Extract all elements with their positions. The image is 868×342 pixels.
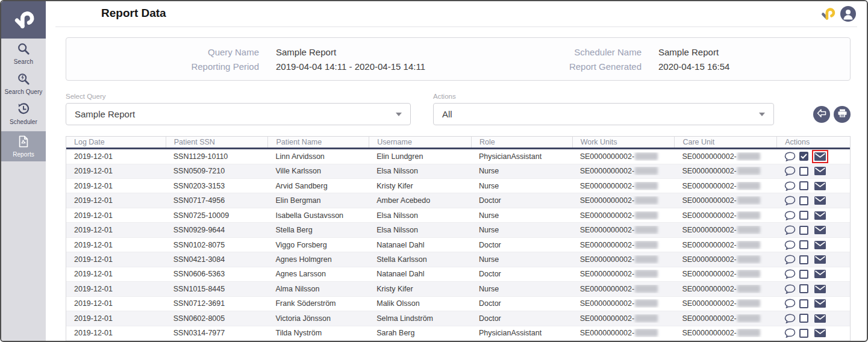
- column-header-care-unit[interactable]: Care Unit: [674, 137, 776, 148]
- select-checkbox[interactable]: [799, 314, 808, 323]
- comment-icon[interactable]: [784, 211, 796, 220]
- cell-care-unit: SE0000000002-: [674, 255, 776, 264]
- summary-query-name: Query Name Sample Report: [66, 46, 425, 58]
- chevron-down-icon: [396, 113, 402, 116]
- cell-username: Elsa Nilsson: [369, 167, 471, 175]
- cell-work-unit: SE0000000002-: [572, 270, 675, 278]
- cell-username: Stella Karlsson: [369, 255, 471, 264]
- select-checkbox[interactable]: [799, 211, 808, 220]
- comment-icon[interactable]: [784, 240, 796, 250]
- select-checkbox[interactable]: [799, 270, 808, 279]
- select-checkbox[interactable]: [799, 284, 808, 293]
- cell-username: Natanael Dahl: [369, 241, 471, 249]
- comment-icon[interactable]: [784, 328, 796, 338]
- cell-actions: [776, 297, 850, 310]
- comment-icon[interactable]: [784, 196, 796, 205]
- email-icon[interactable]: [812, 312, 828, 325]
- select-checkbox[interactable]: [799, 255, 808, 264]
- select-query-dropdown[interactable]: Sample Report: [66, 103, 411, 125]
- cell-patient-name: Stella Berg: [267, 226, 369, 234]
- comment-icon[interactable]: [784, 269, 796, 279]
- email-icon[interactable]: [812, 326, 828, 340]
- email-icon[interactable]: [812, 238, 828, 252]
- select-checkbox[interactable]: [799, 196, 808, 205]
- cell-work-unit: SE0000000002-: [572, 182, 675, 190]
- sidebar-item-reports[interactable]: Reports: [1, 131, 46, 161]
- summary-label: Report Generated: [449, 61, 642, 72]
- cell-patient-name: Agnes Holmgren: [267, 255, 369, 264]
- comment-icon[interactable]: [784, 181, 796, 191]
- column-header-patient-ssn[interactable]: Patient SSN: [166, 137, 268, 148]
- masked-value: [737, 226, 760, 234]
- email-icon[interactable]: [812, 194, 828, 207]
- select-checkbox[interactable]: [799, 299, 808, 308]
- cell-actions: [776, 150, 850, 163]
- cell-log-date: 2019-12-01: [66, 211, 166, 220]
- cell-patient-ssn: SSN0606-5363: [166, 270, 268, 278]
- table-row: 2019-12-01SSN0421-3084Agnes HolmgrenStel…: [66, 252, 850, 267]
- email-icon[interactable]: [812, 223, 828, 237]
- summary-value: Sample Report: [276, 46, 336, 58]
- cell-care-unit: SE0000000002-: [674, 270, 776, 278]
- cell-role: PhysicianAssistant: [471, 329, 572, 337]
- cell-patient-ssn: SSN0509-7210: [166, 167, 268, 175]
- comment-icon[interactable]: [784, 299, 796, 308]
- comment-icon[interactable]: [784, 314, 796, 323]
- cell-patient-name: Victoria Jönsson: [267, 314, 369, 323]
- app-logo: [1, 1, 46, 39]
- comment-icon[interactable]: [784, 152, 796, 161]
- actions-dropdown[interactable]: All: [433, 103, 774, 125]
- report-table: Log Date Patient SSN Patient Name Userna…: [66, 136, 851, 341]
- sidebar-item-label: Search Query: [5, 89, 43, 95]
- email-icon[interactable]: [812, 179, 828, 193]
- column-header-actions[interactable]: Actions: [776, 137, 850, 148]
- back-button[interactable]: [813, 106, 830, 123]
- cell-log-date: 2019-12-01: [66, 182, 166, 190]
- select-checkbox[interactable]: [799, 167, 808, 176]
- masked-value: [737, 329, 760, 337]
- cell-work-unit: SE0000000002-: [572, 196, 675, 205]
- cell-work-unit: SE0000000002-: [572, 329, 675, 337]
- masked-value: [737, 152, 760, 160]
- cell-patient-name: Alma Nilsson: [267, 285, 369, 293]
- select-checkbox[interactable]: [799, 329, 808, 338]
- sidebar-item-scheduler[interactable]: Scheduler: [1, 99, 46, 129]
- comment-icon[interactable]: [784, 225, 796, 235]
- email-icon[interactable]: [812, 267, 828, 281]
- table-row: 2019-12-01SSN1015-8445Alma NilssonKristy…: [66, 282, 850, 296]
- select-checkbox[interactable]: [799, 152, 808, 161]
- column-header-log-date[interactable]: Log Date: [66, 137, 166, 148]
- masked-value: [635, 329, 658, 337]
- email-icon[interactable]: [812, 150, 828, 163]
- cell-patient-ssn: SSN0717-4956: [166, 196, 268, 205]
- masked-value: [635, 285, 658, 293]
- comment-icon[interactable]: [784, 166, 796, 176]
- select-checkbox[interactable]: [799, 240, 808, 249]
- email-icon[interactable]: [812, 297, 828, 310]
- masked-value: [635, 226, 658, 234]
- back-arrow-icon: [817, 109, 826, 120]
- comment-icon[interactable]: [784, 255, 796, 264]
- masked-value: [737, 182, 760, 190]
- column-header-username[interactable]: Username: [369, 137, 471, 148]
- sidebar-item-search-query[interactable]: Search Query: [1, 69, 46, 99]
- column-header-patient-name[interactable]: Patient Name: [267, 137, 369, 148]
- email-icon[interactable]: [812, 164, 828, 178]
- cell-log-date: 2019-12-01: [66, 299, 166, 308]
- column-header-work-units[interactable]: Work Units: [572, 137, 675, 148]
- email-icon[interactable]: [812, 282, 828, 296]
- cell-patient-ssn: SSN0421-3084: [166, 255, 268, 264]
- column-header-role[interactable]: Role: [471, 137, 572, 148]
- print-button[interactable]: [834, 106, 851, 123]
- select-checkbox[interactable]: [799, 181, 808, 190]
- masked-value: [635, 196, 658, 204]
- cell-username: Kristy Kifer: [369, 285, 471, 293]
- user-avatar-icon[interactable]: [840, 6, 856, 22]
- table-row: 2019-12-01SSN0606-5363Agnes LarssonNatan…: [66, 267, 850, 282]
- sidebar-item-search[interactable]: Search: [1, 39, 46, 69]
- cell-work-unit: SE0000000002-: [572, 241, 675, 249]
- email-icon[interactable]: [812, 253, 828, 266]
- email-icon[interactable]: [812, 209, 828, 222]
- comment-icon[interactable]: [784, 284, 796, 294]
- select-checkbox[interactable]: [799, 226, 808, 235]
